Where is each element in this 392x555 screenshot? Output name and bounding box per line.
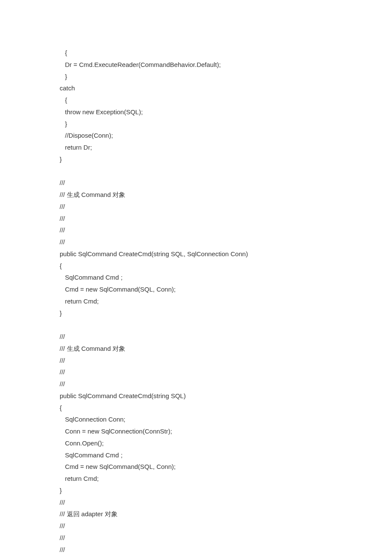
code-content: { Dr = Cmd.ExecuteReader(CommandBehavior… — [60, 47, 392, 555]
